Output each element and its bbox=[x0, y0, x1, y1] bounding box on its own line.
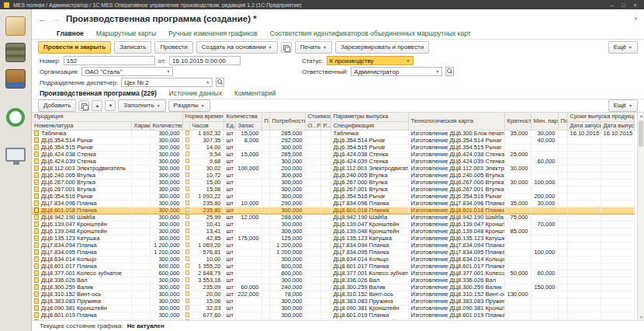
tab-production-program[interactable]: Производственная программа (229) bbox=[40, 89, 157, 97]
table-row[interactable]: ДЦ8.112.003 Электродвигатель300,00030,02… bbox=[32, 165, 634, 172]
organization-combo[interactable]: ОАО "Сталь"▼ bbox=[81, 67, 173, 76]
back-arrow-icon[interactable]: ← bbox=[38, 14, 47, 23]
data-exchange-icon[interactable] bbox=[6, 108, 25, 127]
tab-data-source[interactable]: Источник данных bbox=[169, 89, 222, 97]
production-program-grid: Продукция Норма времени Количества П... … bbox=[32, 112, 644, 320]
documents-icon[interactable] bbox=[5, 43, 26, 62]
table-row[interactable]: ДЦ8.377.001 Колесо зубчатое600,0002 648,… bbox=[32, 270, 634, 277]
table-row[interactable]: ДЦ8.601.019 Планка300,000677,60шт300,000… bbox=[32, 312, 634, 319]
table-row[interactable]: ДЦ8.383.083 Пружина300,00015,06шт300,000… bbox=[32, 298, 634, 305]
col-header-requirement[interactable]: Потребность bbox=[269, 113, 305, 130]
production-icon[interactable] bbox=[5, 69, 26, 89]
col-header-min-batch[interactable]: Мин. партия bbox=[531, 113, 558, 130]
table-row[interactable]: ДЦ6.354.515 Рычаг300,00014,00шт300,000ДЦ… bbox=[32, 144, 634, 151]
col-header-po[interactable]: По... bbox=[558, 113, 567, 130]
sections-button[interactable]: Разделы▼ bbox=[168, 99, 210, 112]
date-input[interactable]: 16.10.2015 0:00:00 bbox=[169, 56, 241, 65]
number-input[interactable]: 152 bbox=[64, 56, 155, 65]
table-row[interactable]: ДЦ7.834.096 Планка300,000235,80шт10,0002… bbox=[32, 200, 634, 207]
vertical-scrollbar[interactable]: ▲ ▼ bbox=[637, 113, 644, 320]
post-and-close-button[interactable]: Провести и закрыть bbox=[38, 41, 111, 54]
table-row[interactable]: ДЦ8.336.026 Вал300,0003 553,16шт300,000Д… bbox=[32, 277, 634, 284]
minimize-button[interactable]: – bbox=[607, 2, 617, 8]
table-row[interactable]: ДЦ7.834.094 Планка1 200,0001 069,20шт1 2… bbox=[32, 242, 634, 249]
table-row[interactable]: ДЦ6.240.005 Втулка300,00010,72шт300,000Д… bbox=[32, 172, 634, 179]
col-header-characteristic[interactable]: Характ... bbox=[131, 121, 150, 130]
col-header-specification[interactable]: Спецификация bbox=[331, 121, 408, 130]
norm-doc-icon bbox=[185, 172, 189, 177]
tab-route-map-identifiers[interactable]: Соответствия идентификаторов объединенны… bbox=[270, 30, 471, 37]
table-row[interactable]: ДЦ8.090.382 Кронштейн300,0001 355,15шт30… bbox=[32, 319, 634, 320]
norm-doc-icon bbox=[185, 298, 189, 303]
copy-row-button[interactable] bbox=[78, 100, 89, 111]
table-row[interactable]: ДЦ7.834.095 Планка1 200,000576,81шт1 200… bbox=[32, 249, 634, 256]
tab-route-maps[interactable]: Маршрутные карты bbox=[96, 30, 156, 37]
col-header-stock[interactable]: Запас bbox=[235, 121, 261, 130]
department-combo[interactable]: Цех № 2▼ bbox=[121, 78, 213, 87]
print-button[interactable]: Печать▼ bbox=[295, 41, 332, 54]
norm-doc-icon bbox=[185, 214, 189, 219]
tab-manual-schedule-changes[interactable]: Ручные изменения графиков bbox=[168, 30, 258, 37]
post-button[interactable]: Провести bbox=[154, 41, 192, 54]
table-row[interactable]: ДЦ6.267.001 Втулка300,00015,06шт300,000Д… bbox=[32, 186, 634, 193]
add-row-button[interactable]: Добавить bbox=[38, 99, 76, 112]
scrollbar-thumb[interactable] bbox=[639, 120, 643, 147]
norm-doc-icon bbox=[185, 319, 189, 321]
col-header-tech-card[interactable]: Технологическая карта bbox=[408, 113, 504, 130]
table-row[interactable]: ДЦ8.634.014 Кольцо300,00010,00шт300,000Д… bbox=[32, 256, 634, 263]
col-header-cost-r[interactable]: Р... bbox=[320, 121, 331, 130]
move-down-button[interactable]: ▼ bbox=[105, 100, 116, 111]
col-header-nomenclature[interactable]: Номенклатура bbox=[32, 121, 131, 130]
more-button[interactable]: Ещё▼ bbox=[608, 41, 638, 54]
table-row[interactable]: ДЦ8.942.190 Шайба300,00025,99шт12,000288… bbox=[32, 214, 634, 221]
table-row[interactable]: ДЦ6.354.514 Рычаг300,000307,35шт8,000292… bbox=[32, 137, 634, 144]
table-row[interactable]: ДЦ6.135.123 Катушка300,00042,85шт175,000… bbox=[32, 235, 634, 242]
table-row[interactable]: ДЦ8.601.018 Планка300,000235,80шт300,000… bbox=[32, 207, 634, 214]
table-row[interactable]: ДЦ6.424.039 Стенка300,0009,68шт300,000ДЦ… bbox=[32, 158, 634, 165]
col-header-p[interactable]: П... bbox=[261, 113, 269, 130]
responsible-lookup-button[interactable] bbox=[445, 67, 454, 76]
department-lookup-button[interactable] bbox=[216, 78, 224, 87]
table-row[interactable]: ДЦ8.090.381 Кронштейн300,00032,03шт300,0… bbox=[32, 305, 634, 312]
table-row[interactable]: ДЦ6.139.047 Кронштейн300,00010,41шт300,0… bbox=[32, 221, 634, 228]
monitor-icon[interactable] bbox=[5, 148, 26, 162]
forward-arrow-icon[interactable]: → bbox=[52, 14, 61, 23]
table-row[interactable]: ДЦ6.139.048 Кронштейн300,00013,41шт300,0… bbox=[32, 228, 634, 235]
desktop-icon[interactable] bbox=[5, 16, 26, 36]
status-combo[interactable]: К производству▼ bbox=[327, 56, 414, 65]
table-toolbar: Добавить ▲ ▼ Заполнить▼ Разделы▼ Ещё▼ bbox=[32, 99, 644, 112]
col-header-cost-o[interactable]: О...Р... bbox=[305, 121, 320, 130]
scroll-down-icon[interactable]: ▼ bbox=[638, 315, 644, 319]
close-button[interactable]: × bbox=[630, 2, 640, 8]
tab-main[interactable]: Главное bbox=[57, 30, 84, 37]
maximize-button[interactable]: □ bbox=[618, 2, 628, 8]
col-header-hours[interactable]: Часов bbox=[189, 121, 223, 130]
table-row[interactable]: Табличка300,0001 692,32шт15,000285,000Та… bbox=[32, 130, 634, 137]
table-row[interactable]: ДЦ8.310.152 Винт-ось300,00020,00шт222,00… bbox=[32, 291, 634, 298]
move-up-button[interactable]: ▲ bbox=[92, 100, 102, 111]
col-header-multiplicity[interactable]: Кратность bbox=[504, 113, 531, 130]
tab-comment[interactable]: Комментарий bbox=[234, 89, 276, 97]
col-header-launch-date[interactable]: Дата запуска bbox=[567, 121, 601, 130]
save-button[interactable]: Записать bbox=[114, 41, 151, 54]
fill-button[interactable]: Заполнить▼ bbox=[118, 99, 165, 112]
responsible-combo[interactable]: Администратор▼ bbox=[351, 67, 442, 76]
table-row[interactable]: ДЦ8.300.259 Валик300,000235,09шт60,00024… bbox=[32, 284, 634, 291]
create-based-on-button[interactable]: Создать на основании▼ bbox=[196, 41, 278, 54]
structure-icon-button[interactable] bbox=[281, 42, 292, 53]
table-row[interactable]: ДЦ6.424.038 Стенка300,0009,54шт15,000285… bbox=[32, 151, 634, 158]
item-icon bbox=[34, 319, 39, 321]
table-row[interactable]: ДЦ6.354.516 Рычаг300,0001 092,22шт300,00… bbox=[32, 193, 634, 200]
table-row[interactable]: ДЦ6.267.000 Втулка300,00015,00шт300,000Д… bbox=[32, 179, 634, 186]
col-header-quantity[interactable]: Количество bbox=[150, 121, 182, 130]
form-close-icon[interactable]: × bbox=[634, 15, 638, 23]
scroll-up-icon[interactable]: ▲ bbox=[638, 113, 644, 118]
col-header-release-date[interactable]: Дата выпуска bbox=[601, 121, 634, 130]
col-header-unit[interactable]: Ед. bbox=[223, 121, 235, 130]
reserve-and-post-button[interactable]: Зарезервировать и провести bbox=[335, 41, 429, 54]
item-icon bbox=[34, 228, 39, 234]
item-icon bbox=[34, 249, 39, 255]
table-more-button[interactable]: Ещё▼ bbox=[608, 99, 638, 112]
copy-icon bbox=[283, 45, 289, 51]
table-row[interactable]: ДЦ8.601.017 Планка600,0001 355,20шт600,0… bbox=[32, 263, 634, 270]
